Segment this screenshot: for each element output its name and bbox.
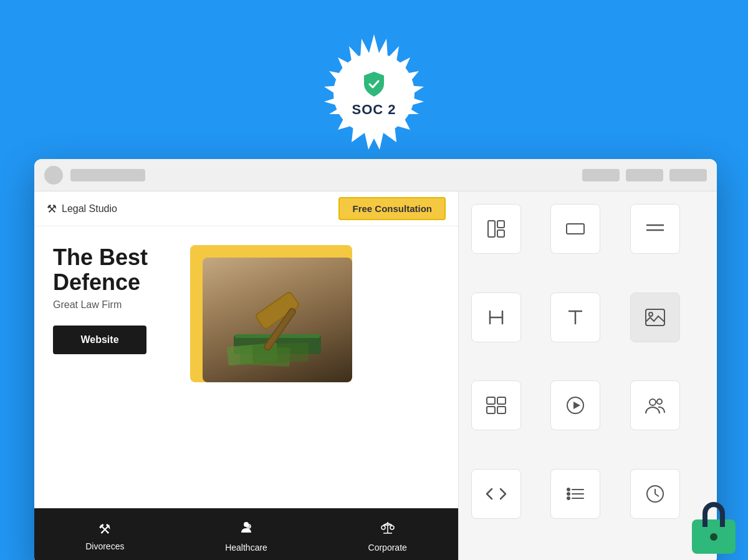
svg-rect-35	[497, 407, 506, 413]
svg-point-39	[657, 399, 662, 404]
soc2-label: SOC 2	[352, 102, 396, 118]
svg-rect-5	[252, 342, 309, 363]
healthcare-label: Healthcare	[225, 543, 267, 553]
menu-lines-icon	[646, 223, 664, 235]
browser-url-bar	[70, 169, 145, 181]
svg-rect-21	[497, 230, 504, 237]
svg-point-16	[390, 526, 394, 529]
browser-nav-pill-2	[626, 169, 663, 181]
clock-icon	[645, 484, 665, 504]
svg-rect-19	[488, 221, 495, 237]
toolbar-btn-image[interactable]	[630, 292, 680, 342]
toolbar-btn-layout[interactable]	[471, 204, 521, 254]
image-icon	[645, 308, 666, 327]
gavel-nav-icon: ⚒	[47, 202, 57, 216]
svg-point-31	[649, 312, 653, 316]
nav-logo: ⚒ Legal Studio	[47, 202, 117, 216]
website-hero: The Best Defence Great Law Firm Website	[34, 226, 458, 502]
toolbar-btn-clock[interactable]	[630, 469, 680, 519]
bottom-nav-item-corporate[interactable]: Corporate	[317, 508, 458, 560]
hero-content: The Best Defence Great Law Firm Website	[53, 245, 439, 382]
hero-title-line2: Defence	[53, 269, 140, 295]
video-play-icon	[565, 395, 585, 415]
bottom-nav-item-healthcare[interactable]: Healthcare	[176, 508, 317, 560]
svg-rect-32	[487, 397, 495, 404]
lock-shackle	[702, 502, 725, 527]
browser-avatar-dot	[44, 166, 63, 185]
corporate-label: Corporate	[368, 543, 407, 553]
lock-keyhole	[710, 533, 717, 541]
lock-icon-wrap	[692, 501, 736, 554]
hero-cta-button[interactable]: Website	[53, 326, 146, 354]
toolbar-btn-menu[interactable]	[630, 204, 680, 254]
divorces-label: Divoreces	[85, 541, 124, 551]
toolbar-btn-heading[interactable]	[471, 292, 521, 342]
soc2-inner: SOC 2	[333, 53, 415, 134]
svg-point-38	[650, 399, 656, 405]
layout-grid-icon	[486, 219, 506, 239]
list-icon	[566, 485, 585, 503]
gavel-photo	[203, 258, 352, 382]
toolbar-btn-code[interactable]	[471, 469, 521, 519]
toolbar-btn-text[interactable]	[550, 292, 600, 342]
lock-body	[692, 519, 736, 554]
toolbar-btn-list[interactable]	[550, 469, 600, 519]
hero-title: The Best Defence	[53, 245, 178, 294]
browser-chrome	[34, 159, 717, 191]
heading-h-icon	[486, 307, 506, 327]
bottom-nav-item-divorces[interactable]: ⚒ Divoreces	[34, 508, 176, 560]
text-t-icon	[567, 307, 584, 327]
hero-image-wrapper	[190, 245, 439, 382]
browser-content: ⚒ Legal Studio Free Consultation The Bes…	[34, 191, 717, 560]
nav-cta-button[interactable]: Free Consultation	[338, 197, 446, 220]
toolbar-btn-video[interactable]	[550, 380, 600, 430]
website-bottom-nav: ⚒ Divoreces Healthcare	[34, 508, 458, 560]
svg-point-15	[381, 526, 385, 529]
soc2-starburst: SOC 2	[312, 31, 436, 156]
website-preview: ⚒ Legal Studio Free Consultation The Bes…	[34, 191, 458, 560]
hero-text: The Best Defence Great Law Firm Website	[53, 245, 178, 354]
gallery-icon	[486, 396, 507, 415]
divorces-icon: ⚒	[98, 521, 111, 538]
hero-image-bg	[190, 245, 352, 382]
hero-title-line1: The Best	[53, 244, 148, 270]
toolbar-btn-team[interactable]	[630, 380, 680, 430]
svg-rect-33	[497, 397, 506, 404]
soc2-badge: SOC 2	[305, 25, 443, 162]
person-icon	[239, 520, 254, 535]
team-icon	[645, 396, 666, 415]
shield-icon	[359, 69, 389, 99]
corporate-icon	[380, 520, 395, 539]
nav-logo-text: Legal Studio	[62, 203, 117, 215]
svg-line-48	[655, 494, 659, 496]
rectangle-icon	[565, 223, 585, 235]
toolbar-btn-rectangle[interactable]	[550, 204, 600, 254]
website-nav: ⚒ Legal Studio Free Consultation	[34, 191, 458, 226]
svg-point-42	[567, 493, 570, 495]
browser-nav-area	[582, 169, 707, 181]
toolbar-btn-gallery[interactable]	[471, 380, 521, 430]
right-toolbar	[458, 191, 717, 560]
scales-icon	[380, 520, 395, 535]
svg-rect-22	[567, 224, 584, 234]
svg-rect-34	[487, 407, 495, 413]
hero-subtitle: Great Law Firm	[53, 299, 178, 311]
code-icon	[486, 486, 507, 502]
hero-image	[203, 258, 352, 382]
browser-nav-pill-1	[582, 169, 620, 181]
browser-window: ⚒ Legal Studio Free Consultation The Bes…	[34, 159, 717, 560]
browser-nav-pill-3	[669, 169, 707, 181]
svg-marker-37	[573, 402, 580, 409]
healthcare-icon	[239, 520, 254, 539]
svg-point-44	[567, 497, 570, 500]
gavel-illustration	[221, 267, 333, 373]
svg-rect-20	[497, 221, 504, 228]
svg-rect-30	[646, 309, 664, 326]
svg-point-40	[567, 488, 570, 491]
